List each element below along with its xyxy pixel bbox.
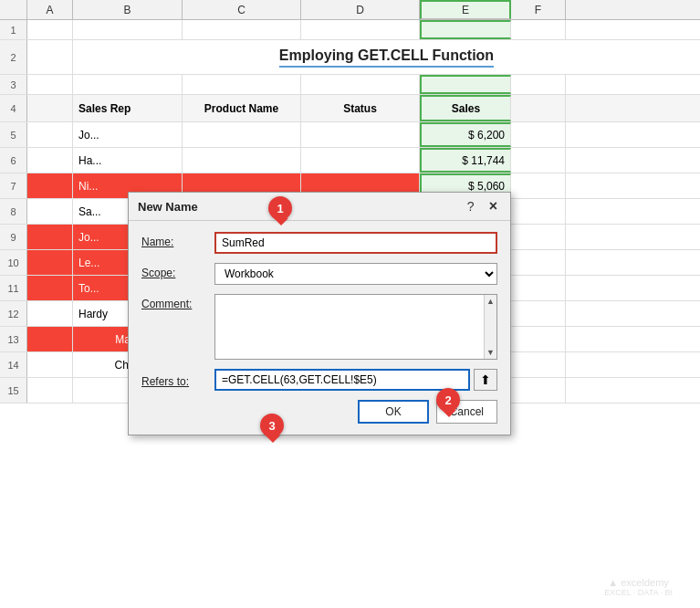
cell-c1 bbox=[183, 20, 301, 39]
rownum-13: 13 bbox=[0, 327, 27, 351]
cell-a5 bbox=[27, 122, 73, 147]
rownum-3: 3 bbox=[0, 75, 27, 94]
cell-e1 bbox=[420, 20, 511, 39]
cell-e5: $ 6,200 bbox=[420, 122, 511, 147]
row-6: 6 Ha... $ 11,744 bbox=[0, 148, 700, 173]
row-2: 2 Employing GET.CELL Function bbox=[0, 40, 700, 75]
name-label: Name: bbox=[141, 232, 214, 248]
comment-label: Comment: bbox=[141, 294, 214, 310]
comment-box[interactable]: ▲ ▼ bbox=[214, 294, 497, 360]
dialog-close-button[interactable]: × bbox=[486, 198, 501, 215]
cell-e6: $ 11,744 bbox=[420, 148, 511, 173]
cell-b6: Ha... bbox=[73, 148, 183, 173]
col-header-b: B bbox=[73, 0, 183, 19]
cell-c4: Product Name bbox=[183, 95, 301, 121]
cell-a1 bbox=[27, 20, 73, 39]
row-5: 5 Jo... $ 6,200 bbox=[0, 122, 700, 148]
cell-a6 bbox=[27, 148, 73, 173]
col-header-d: D bbox=[301, 0, 420, 19]
rownum-5: 5 bbox=[0, 122, 27, 147]
cell-f13 bbox=[511, 327, 566, 351]
rownum-15: 15 bbox=[0, 378, 27, 403]
cell-a10 bbox=[27, 250, 73, 275]
cell-a11 bbox=[27, 276, 73, 300]
cell-a9 bbox=[27, 225, 73, 249]
rownum-11: 11 bbox=[0, 276, 27, 300]
callout-1: 1 bbox=[268, 196, 292, 220]
spreadsheet-title: Employing GET.CELL Function bbox=[279, 47, 494, 68]
cell-f15 bbox=[511, 378, 566, 403]
cell-c3 bbox=[183, 75, 301, 94]
rownum-10: 10 bbox=[0, 250, 27, 275]
cell-f6 bbox=[511, 148, 566, 173]
cell-e4: Sales bbox=[420, 95, 511, 121]
row-4: 4 Sales Rep Product Name Status Sales bbox=[0, 95, 700, 122]
col-header-a: A bbox=[27, 0, 73, 19]
cell-f5 bbox=[511, 122, 566, 147]
cell-a2 bbox=[27, 40, 73, 74]
scope-label: Scope: bbox=[141, 263, 214, 279]
rownum-6: 6 bbox=[0, 148, 27, 173]
cell-c6 bbox=[183, 148, 301, 173]
cell-f8 bbox=[511, 199, 566, 224]
cell-f4 bbox=[511, 95, 566, 121]
cell-a14 bbox=[27, 352, 73, 377]
watermark: ▲ exceldemy EXCEL · DATA · BI bbox=[604, 577, 673, 597]
cell-f11 bbox=[511, 276, 566, 300]
cell-b5: Jo... bbox=[73, 122, 183, 147]
comment-textarea[interactable] bbox=[215, 295, 484, 359]
dialog-titlebar: New Name ? × bbox=[129, 193, 510, 221]
spreadsheet: A B C D E F 1 2 Employing GET.CELL Funct… bbox=[0, 0, 700, 608]
rownum-14: 14 bbox=[0, 352, 27, 377]
cell-a4 bbox=[27, 95, 73, 121]
cell-c5 bbox=[183, 122, 301, 147]
cell-b1 bbox=[73, 20, 183, 39]
cell-d3 bbox=[301, 75, 420, 94]
cell-a13 bbox=[27, 327, 73, 351]
comment-scrollbar[interactable]: ▲ ▼ bbox=[484, 295, 496, 359]
refers-collapse-button[interactable]: ⬆ bbox=[474, 369, 497, 391]
cell-d1 bbox=[301, 20, 420, 39]
cell-a15 bbox=[27, 378, 73, 403]
scroll-down-arrow[interactable]: ▼ bbox=[485, 346, 497, 359]
refers-label: Refers to: bbox=[141, 372, 214, 388]
dialog-title: New Name bbox=[138, 200, 198, 214]
row-1: 1 bbox=[0, 20, 700, 40]
cell-b4: Sales Rep bbox=[73, 95, 183, 121]
rownum-1: 1 bbox=[0, 20, 27, 39]
rownum-12: 12 bbox=[0, 301, 27, 326]
rownum-9: 9 bbox=[0, 225, 27, 249]
cell-f12 bbox=[511, 301, 566, 326]
name-input[interactable] bbox=[214, 232, 497, 254]
col-header-c: C bbox=[183, 0, 301, 19]
cell-f7 bbox=[511, 173, 566, 198]
rownum-7: 7 bbox=[0, 173, 27, 198]
column-headers: A B C D E F bbox=[0, 0, 700, 20]
refers-input[interactable] bbox=[214, 369, 470, 391]
dialog-titlebar-controls: ? × bbox=[464, 198, 501, 215]
callout-2: 2 bbox=[436, 388, 460, 412]
cell-a8 bbox=[27, 199, 73, 224]
cell-f14 bbox=[511, 352, 566, 377]
callout-3: 3 bbox=[260, 414, 284, 437]
ok-button[interactable]: OK bbox=[358, 400, 428, 424]
dialog-help-button[interactable]: ? bbox=[464, 199, 478, 214]
cell-f3 bbox=[511, 75, 566, 94]
cell-d5 bbox=[301, 122, 420, 147]
cell-f1 bbox=[511, 20, 566, 39]
cell-f10 bbox=[511, 250, 566, 275]
scroll-up-arrow[interactable]: ▲ bbox=[485, 295, 497, 308]
dialog-name-row: Name: bbox=[141, 232, 497, 254]
cell-d6 bbox=[301, 148, 420, 173]
cell-a3 bbox=[27, 75, 73, 94]
rownum-4: 4 bbox=[0, 95, 27, 121]
rownum-8: 8 bbox=[0, 199, 27, 224]
cell-a12 bbox=[27, 301, 73, 326]
rownum-2: 2 bbox=[0, 40, 27, 74]
scope-select[interactable]: Workbook bbox=[214, 263, 497, 285]
cell-a7 bbox=[27, 173, 73, 198]
corner-cell bbox=[0, 0, 27, 19]
dialog-refers-row: Refers to: ⬆ bbox=[141, 369, 497, 391]
cell-d4: Status bbox=[301, 95, 420, 121]
col-header-f: F bbox=[511, 0, 566, 19]
